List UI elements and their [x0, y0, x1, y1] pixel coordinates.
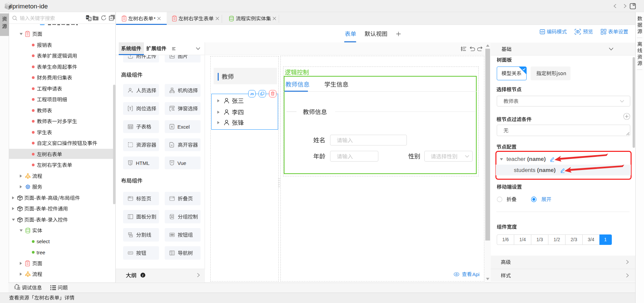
svg-text:BTN: BTN [171, 234, 173, 236]
svg-text:i: i [142, 273, 143, 277]
svg-text:in: in [87, 16, 89, 18]
svg-text:BTN: BTN [129, 252, 132, 254]
svg-text:JS: JS [250, 92, 254, 96]
svg-text:x: x [89, 18, 90, 20]
svg-text:Tab: Tab [128, 197, 130, 198]
